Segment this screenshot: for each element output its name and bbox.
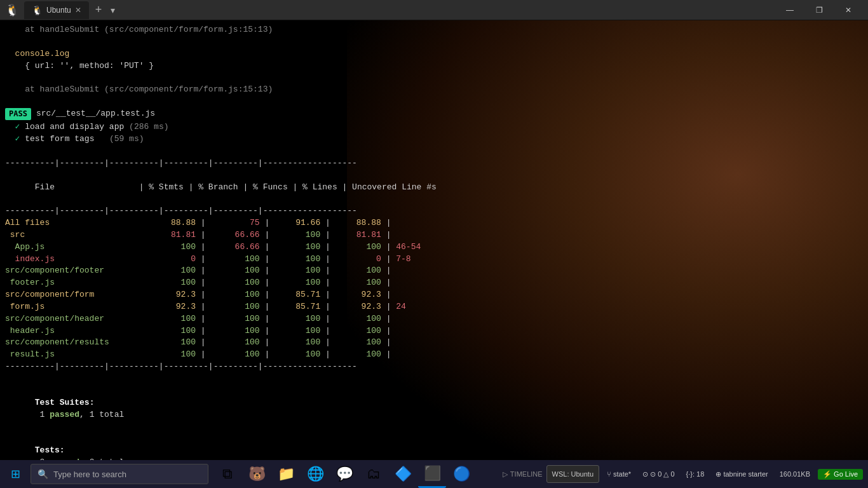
new-tab-button[interactable]: + <box>92 3 106 17</box>
file-explorer-icon: 📁 <box>278 466 295 482</box>
folder-icon: 🗂 <box>367 466 381 482</box>
taskbar-file-explorer[interactable]: 📁 <box>272 460 300 488</box>
pass-badge: PASS <box>5 108 31 120</box>
taskbar-right: ▷ TIMELINE WSL: Ubuntu ⑂ state* ⊙ ⊙ 0 △ … <box>503 465 868 483</box>
file-size-status: 160.01KB <box>776 469 814 479</box>
cov-sep-3: ----------|---------|----------|--------… <box>5 361 863 373</box>
minimize-button[interactable]: — <box>775 0 804 20</box>
cov-row-resultjs: result.js100 |100 |100 |100 | <box>5 349 863 361</box>
cov-row-indexjs: index.js0 |100 |100 |0 | 7-8 <box>5 254 863 266</box>
taskbar-task-view[interactable]: ⧉ <box>214 460 241 488</box>
cov-row-header-dir: src/component/header100 |100 |100 |100 | <box>5 313 863 325</box>
file-size-label: 160.01KB <box>780 470 810 478</box>
summary-tests: Tests: 2 passed, 2 total <box>5 433 863 460</box>
brackets-label: {·}: 18 <box>686 470 705 478</box>
test-result-2: ✓ test form tags (59 ms) <box>5 133 863 146</box>
tab-list: 🐧 Ubuntu ✕ + ▾ <box>24 1 115 19</box>
tab-dropdown-button[interactable]: ▾ <box>111 5 115 15</box>
git-branch-status[interactable]: ⑂ state* <box>603 469 635 479</box>
error-line-2: at handleSubmit (src/component/form/form… <box>5 84 863 96</box>
test-file: src/__test__/app.test.js <box>36 108 155 120</box>
cov-row-footer-dir: src/component/footer100 |100 |100 |100 | <box>5 265 863 277</box>
taskbar-bears-app[interactable]: 🐻 <box>243 460 271 488</box>
taskbar-whatsapp[interactable]: 💬 <box>330 460 358 488</box>
window-controls: — ❐ ✕ <box>775 0 863 20</box>
search-icon: 🔍 <box>37 469 48 479</box>
tabnine-label: ⊕ tabnine starter <box>715 470 768 478</box>
browser-icon: 🌐 <box>307 466 324 482</box>
maximize-button[interactable]: ❐ <box>804 0 834 20</box>
git-icon: ⑂ <box>607 470 611 478</box>
terminal-wrapper: at handleSubmit (src/component/form/form… <box>0 20 868 460</box>
blank-3 <box>5 96 863 108</box>
error-line-1: at handleSubmit (src/component/form/form… <box>5 24 863 36</box>
taskbar-terminal[interactable]: ⬛ <box>418 460 446 488</box>
go-live-button[interactable]: ⚡ Go Live <box>818 469 863 480</box>
tab-close-button[interactable]: ✕ <box>75 6 81 15</box>
taskbar-search[interactable]: 🔍 Type here to search <box>31 464 208 484</box>
pass-line: PASS src/__test__/app.test.js <box>5 108 863 120</box>
windows-logo-icon: ⊞ <box>11 467 20 481</box>
task-view-icon: ⧉ <box>222 466 233 482</box>
cov-row-results-dir: src/component/results100 |100 |100 |100 … <box>5 337 863 349</box>
cov-row-appjs: App.js100 |66.66 |100 |100 | 46-54 <box>5 241 863 254</box>
cov-sep-1: ----------|---------|----------|--------… <box>5 158 863 170</box>
test-result-1: ✓ load and display app (286 ms) <box>5 121 863 133</box>
cov-header: File | % Stmts | % Branch | % Funcs | % … <box>5 170 863 206</box>
taskbar-app2[interactable]: 🔵 <box>447 460 475 488</box>
wsl-label: WSL: Ubuntu <box>552 470 593 478</box>
taskbar-items: ⧉ 🐻 📁 🌐 💬 🗂 🔷 ⬛ 🔵 <box>214 460 475 488</box>
whatsapp-icon: 💬 <box>336 466 353 482</box>
taskbar-browser[interactable]: 🌐 <box>301 460 329 488</box>
tab-ubuntu-label: Ubuntu <box>46 6 71 15</box>
tab-ubuntu-icon: 🐧 <box>32 5 43 15</box>
go-live-label: ⚡ Go Live <box>823 470 858 478</box>
titlebar: 🐧 🐧 Ubuntu ✕ + ▾ — ❐ ✕ <box>0 0 868 20</box>
blank-1 <box>5 36 863 48</box>
app1-icon: 🔷 <box>395 466 412 482</box>
git-branch-label: state* <box>613 470 631 478</box>
tab-ubuntu[interactable]: 🐧 Ubuntu ✕ <box>24 1 89 19</box>
cov-row-formjs: form.js92.3 |100 |85.71 |92.3 | 24 <box>5 301 863 313</box>
brackets-status[interactable]: {·}: 18 <box>682 469 709 479</box>
taskbar-folder[interactable]: 🗂 <box>360 460 388 488</box>
network-icon: ⊙ <box>642 470 648 478</box>
blank-2 <box>5 72 863 84</box>
timeline-label: TIMELINE <box>510 470 543 478</box>
blank-5 <box>5 373 863 385</box>
terminal-icon: ⬛ <box>424 465 441 482</box>
app2-icon: 🔵 <box>453 466 470 482</box>
terminal-content[interactable]: at handleSubmit (src/component/form/form… <box>0 20 868 460</box>
timeline-area[interactable]: ▷ TIMELINE <box>503 470 543 478</box>
close-button[interactable]: ✕ <box>834 0 863 20</box>
cov-row-src: src81.81 |66.66 |100 |81.81 | <box>5 229 863 241</box>
taskbar: ⊞ 🔍 Type here to search ⧉ 🐻 📁 🌐 💬 🗂 🔷 ⬛ <box>0 460 868 488</box>
tabnine-status[interactable]: ⊕ tabnine starter <box>712 469 771 480</box>
taskbar-app1[interactable]: 🔷 <box>389 460 417 488</box>
timeline-icon: ▷ <box>503 470 508 478</box>
cov-row-form-dir: src/component/form92.3 |100 |85.71 |92.3… <box>5 289 863 301</box>
network-status[interactable]: ⊙ ⊙ 0 △ 0 <box>639 469 678 480</box>
search-placeholder-text: Type here to search <box>53 470 126 479</box>
status-counts: ⊙ 0 △ 0 <box>650 470 674 478</box>
blank-4 <box>5 146 863 158</box>
ubuntu-icon: 🐧 <box>5 3 19 17</box>
console-log-value: { url: '', method: 'PUT' } <box>5 60 863 72</box>
bears-icon: 🐻 <box>248 466 266 482</box>
cov-row-headerjs: header.js100 |100 |100 |100 | <box>5 325 863 337</box>
cov-sep-2: ----------|---------|----------|--------… <box>5 205 863 217</box>
cov-row-footerjs: footer.js100 |100 |100 |100 | <box>5 277 863 289</box>
start-button[interactable]: ⊞ <box>0 460 31 488</box>
console-log-label: console.log <box>5 48 863 60</box>
summary-test-suites: Test Suites: 1 passed, 1 total <box>5 385 863 433</box>
wsl-badge[interactable]: WSL: Ubuntu <box>546 465 599 483</box>
cov-row-allfiles: All files88.88 |75 |91.66 |88.88 | <box>5 217 863 229</box>
